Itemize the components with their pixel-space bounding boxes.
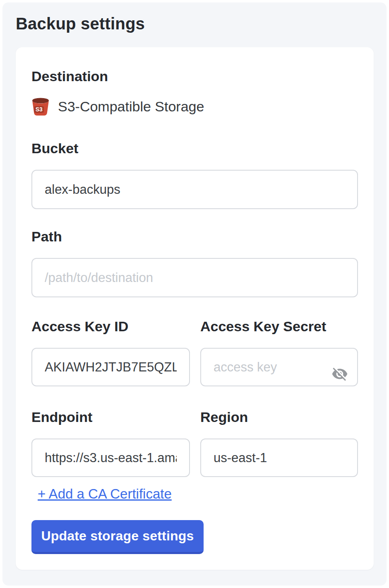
endpoint-label: Endpoint (31, 409, 190, 425)
endpoint-input[interactable] (31, 439, 190, 477)
page-title: Backup settings (16, 13, 387, 34)
endpoint-field: Endpoint (31, 409, 190, 477)
bucket-input[interactable] (31, 170, 358, 209)
access-key-secret-label: Access Key Secret (200, 318, 358, 335)
destination-value-row: S3 S3-Compatible Storage (31, 97, 358, 116)
toggle-secret-visibility-button[interactable] (331, 365, 349, 383)
access-key-id-label: Access Key ID (31, 318, 190, 335)
add-ca-certificate-link[interactable]: + Add a CA Certificate (38, 486, 172, 502)
destination-value: S3-Compatible Storage (58, 99, 204, 115)
access-key-id-input[interactable] (31, 348, 190, 386)
access-key-secret-field: Access Key Secret (200, 318, 358, 386)
region-field: Region (200, 409, 358, 477)
eye-off-icon (331, 366, 348, 382)
destination-label: Destination (31, 68, 358, 84)
path-input[interactable] (31, 258, 358, 297)
update-storage-settings-button[interactable]: Update storage settings (31, 520, 204, 554)
bucket-label: Bucket (31, 140, 358, 157)
region-label: Region (200, 409, 358, 425)
region-input[interactable] (200, 439, 358, 477)
s3-bucket-icon: S3 (31, 97, 50, 116)
endpoint-region-row: Endpoint Region (31, 409, 358, 477)
svg-text:S3: S3 (36, 106, 43, 113)
backup-settings-page: Backup settings Destination S3 S3-Compat… (2, 2, 387, 586)
access-keys-row: Access Key ID Access Key Secret (31, 318, 358, 386)
path-label: Path (31, 228, 358, 245)
backup-settings-card: Destination S3 S3-Compatible Storage Buc… (16, 47, 374, 570)
access-key-id-field: Access Key ID (31, 318, 190, 386)
